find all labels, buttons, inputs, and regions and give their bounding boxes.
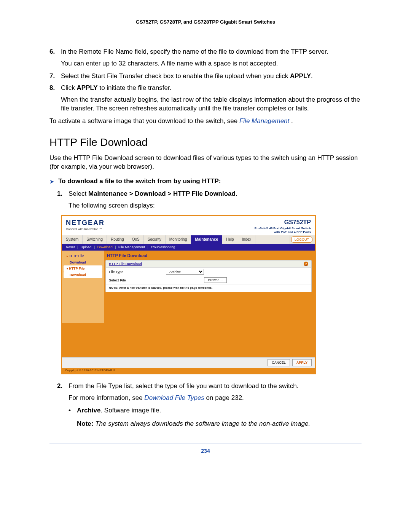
proc-step-2: 2. From the File Type list, select the t… xyxy=(57,382,362,391)
panel-footer: CANCEL APPLY xyxy=(62,357,315,367)
document-header: GS752TP, GS728TP, and GS728TPP Gigabit S… xyxy=(49,19,362,25)
panel-note: NOTE: After a File transfer is started, … xyxy=(106,284,311,292)
triangle-icon: ➤ xyxy=(49,178,54,185)
note-text: The system always downloads the software… xyxy=(95,420,310,427)
tab-system[interactable]: System xyxy=(62,235,83,244)
tab-switching[interactable]: Switching xyxy=(83,235,107,244)
tab-index[interactable]: Index xyxy=(238,235,255,244)
page-number: 234 xyxy=(49,448,362,454)
procedure-title: To download a file to the switch from by… xyxy=(58,177,221,186)
step-bold: APPLY xyxy=(290,72,311,80)
logout-button[interactable]: LOGOUT xyxy=(291,236,312,243)
proc-step-1: 1. Select Maintenance > Download > HTTP … xyxy=(57,190,362,198)
apply-button[interactable]: APPLY xyxy=(292,359,312,366)
subnav-upload[interactable]: Upload xyxy=(81,245,92,249)
model-name: GS752TP xyxy=(255,218,311,227)
tab-routing[interactable]: Routing xyxy=(107,235,128,244)
file-management-link[interactable]: File Management xyxy=(239,117,291,125)
tab-qos[interactable]: QoS xyxy=(128,235,144,244)
select-file-label: Select File xyxy=(109,278,166,283)
step-text: In the Remote File Name field, specify t… xyxy=(61,48,362,56)
panel-header-text: HTTP File Download xyxy=(109,262,142,266)
section-intro: Use the HTTP File Download screen to dow… xyxy=(49,154,362,171)
footer-rule xyxy=(49,444,362,444)
step-bold: Maintenance > Download > HTTP File Downl… xyxy=(88,190,236,197)
step-tail: to initiate the file transfer. xyxy=(98,84,172,91)
help-icon[interactable]: ? xyxy=(304,262,308,266)
panel-title: HTTP File Download xyxy=(107,253,312,259)
sidebar-item-tftp-sub[interactable]: Download xyxy=(64,259,102,265)
bullet-tail: . Software image file. xyxy=(100,407,161,414)
step-lead: Select the Start File Transfer check box… xyxy=(61,72,290,80)
step-6-note: You can enter up to 32 characters. A fil… xyxy=(61,59,362,68)
tab-maintenance[interactable]: Maintenance xyxy=(191,235,222,244)
netgear-logo: NETGEAR xyxy=(66,218,105,227)
step-text: Select the Start File Transfer check box… xyxy=(61,72,362,81)
file-type-label: File Type xyxy=(109,270,166,274)
step-number: 8. xyxy=(49,84,61,93)
file-type-select[interactable]: Archive xyxy=(166,269,204,275)
proc-step-1-follow: The following screen displays: xyxy=(68,201,362,210)
step-7: 7. Select the Start File Transfer check … xyxy=(49,72,362,81)
tab-monitoring[interactable]: Monitoring xyxy=(166,235,191,244)
screenshot: NETGEAR Connect with Innovation ™ GS752T… xyxy=(61,215,362,374)
sidebar-label: HTTP File xyxy=(69,267,84,270)
step-6: 6. In the Remote File Name field, specif… xyxy=(49,48,362,56)
tab-help[interactable]: Help xyxy=(222,235,238,244)
subnav-download[interactable]: Download xyxy=(97,245,113,249)
note-label: Note: xyxy=(77,420,95,427)
sidebar-item-http-sub[interactable]: Download xyxy=(64,272,102,278)
sidebar-item-tftp[interactable]: ▸TFTP File xyxy=(64,253,102,259)
tab-security[interactable]: Security xyxy=(144,235,166,244)
step-tail: . xyxy=(236,190,237,197)
browse-button[interactable]: Browse… xyxy=(204,277,227,283)
model-subtitle-1: ProSafe® 48 Port Gigabit Smart Switch xyxy=(255,227,311,231)
panel: HTTP File Download ? File Type Archive S xyxy=(105,260,312,292)
subnav-file-management[interactable]: File Management xyxy=(118,245,145,249)
step-text: From the File Type list, select the type… xyxy=(68,382,362,391)
follow-tail: on page 232. xyxy=(206,394,244,401)
sub-nav-bar: Reset | Upload | Download | File Managem… xyxy=(62,244,315,251)
follow-lead: For more information, see xyxy=(68,394,144,401)
step-lead: Click xyxy=(61,84,77,91)
model-subtitle-2: with PoE and 4 SFP Ports xyxy=(255,230,311,235)
proc-step-2-follow: For more information, see Download File … xyxy=(68,394,362,403)
step-tail: . xyxy=(311,72,313,80)
bullet-icon: • xyxy=(68,406,77,415)
netgear-tagline: Connect with Innovation ™ xyxy=(66,227,105,232)
step-number: 7. xyxy=(49,72,61,81)
step-bold: APPLY xyxy=(77,84,98,91)
sidebar-item-http[interactable]: ▾HTTP File xyxy=(64,265,102,272)
step-number: 6. xyxy=(49,48,61,56)
step-8-follow: When the transfer actually begins, the l… xyxy=(61,96,362,113)
step-8: 8. Click APPLY to initiate the file tran… xyxy=(49,84,362,93)
note-paragraph: Note: The system always downloads the so… xyxy=(77,420,362,428)
section-title: HTTP File Download xyxy=(49,135,362,150)
step-text: Click APPLY to initiate the file transfe… xyxy=(61,84,362,93)
activate-lead: To activate a software image that you do… xyxy=(49,117,239,125)
caret-icon: ▸ xyxy=(67,254,68,258)
subnav-troubleshooting[interactable]: Troubleshooting xyxy=(151,245,175,249)
sidebar-label: TFTP File xyxy=(69,254,84,258)
step-text: Select Maintenance > Download > HTTP Fil… xyxy=(68,190,362,198)
copyright-text: Copyright © 1996-2012 NETGEAR ® xyxy=(62,368,315,374)
step-number: 2. xyxy=(57,382,68,391)
caret-icon: ▾ xyxy=(67,267,68,270)
tab-bar: System Switching Routing QoS Security Mo… xyxy=(62,235,315,244)
step-lead: Select xyxy=(68,190,88,197)
subnav-reset[interactable]: Reset xyxy=(66,245,75,249)
cancel-button[interactable]: CANCEL xyxy=(268,359,290,366)
sidebar: ▸TFTP File Download ▾HTTP File Download xyxy=(62,251,104,323)
activate-tail: . xyxy=(291,117,293,125)
activate-paragraph: To activate a software image that you do… xyxy=(49,117,362,126)
download-file-types-link[interactable]: Download File Types xyxy=(144,394,206,401)
bullet-archive: • Archive. Software image file. xyxy=(68,406,362,415)
procedure-heading: ➤ To download a file to the switch from … xyxy=(49,177,362,186)
bullet-lead: Archive xyxy=(77,407,100,414)
step-number: 1. xyxy=(57,190,68,198)
